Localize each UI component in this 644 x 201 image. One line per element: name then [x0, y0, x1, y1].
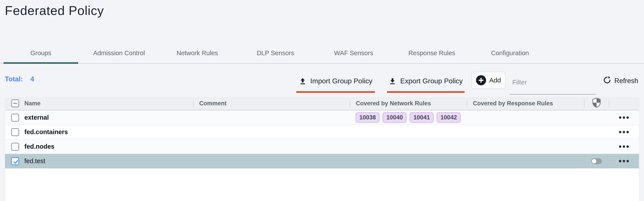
row-checkbox[interactable] — [11, 157, 19, 165]
tab-admission-control[interactable]: Admission Control — [80, 43, 158, 63]
download-icon — [389, 77, 396, 85]
comment-cell — [193, 139, 350, 154]
network-rules-cell: 10038100401004110042 — [350, 110, 467, 125]
row-actions-menu[interactable] — [618, 143, 630, 150]
protect-cell — [584, 125, 609, 139]
column-header-actions — [609, 97, 639, 110]
tab-dlp-sensors[interactable]: DLP Sensors — [236, 43, 314, 63]
comment-cell — [193, 110, 350, 125]
row-actions-menu[interactable] — [618, 114, 630, 121]
toggle-knob — [592, 159, 596, 163]
table-header-row: Name Comment Covered by Network Rules Co… — [5, 97, 639, 110]
rule-id-badge: 10041 — [410, 112, 434, 122]
column-header-protect — [584, 97, 609, 110]
table-row[interactable]: fed.nodes — [5, 139, 639, 154]
table-row[interactable]: fed.containers — [5, 125, 639, 139]
response-rules-cell — [467, 139, 584, 154]
enable-toggle[interactable] — [591, 158, 602, 164]
tab-groups[interactable]: Groups — [2, 43, 80, 63]
response-rules-cell — [467, 125, 584, 139]
table-body: external 10038100401004110042 fed.contai… — [5, 110, 639, 168]
row-checkbox[interactable] — [11, 143, 19, 151]
column-header-name[interactable]: Name — [21, 97, 193, 110]
protect-cell — [584, 154, 609, 168]
tab-response-rules[interactable]: Response Rules — [393, 43, 471, 63]
network-rules-cell — [350, 125, 467, 139]
response-rules-cell — [467, 154, 584, 168]
protect-cell — [584, 110, 609, 125]
group-name: fed.containers — [24, 128, 68, 136]
actions-cell — [609, 110, 639, 125]
import-group-policy-label: Import Group Policy — [310, 77, 372, 85]
actions-cell — [609, 154, 639, 168]
total-value: 4 — [30, 75, 34, 83]
response-rules-cell — [467, 110, 584, 125]
table-row[interactable]: external 10038100401004110042 — [5, 110, 639, 125]
select-all-checkbox[interactable] — [11, 99, 19, 107]
rule-id-badge: 10042 — [437, 112, 460, 122]
tab-configuration[interactable]: Configuration — [471, 43, 549, 63]
row-actions-menu[interactable] — [618, 129, 630, 135]
comment-cell — [193, 125, 350, 139]
export-group-policy-label: Export Group Policy — [400, 77, 463, 85]
row-checkbox[interactable] — [11, 128, 19, 136]
column-header-response-rules[interactable]: Covered by Response Rules — [467, 97, 584, 110]
network-rules-cell — [350, 154, 467, 168]
column-header-comment[interactable]: Comment — [193, 97, 350, 110]
column-header-network-rules[interactable]: Covered by Network Rules — [350, 97, 467, 110]
refresh-icon — [603, 76, 611, 86]
rule-id-badge: 10038 — [356, 112, 380, 122]
table-row[interactable]: fed.test — [5, 154, 639, 168]
network-rules-cell — [350, 139, 467, 154]
row-checkbox[interactable] — [11, 114, 19, 122]
select-all-cell — [5, 97, 21, 110]
actions-cell — [609, 139, 639, 154]
tab-waf-sensors[interactable]: WAF Sensors — [314, 43, 393, 63]
export-group-policy-button[interactable]: Export Group Policy — [387, 71, 464, 93]
add-button-label: Add — [489, 77, 501, 84]
actions-cell — [609, 125, 639, 139]
group-name: external — [24, 114, 49, 121]
shield-icon — [592, 98, 601, 109]
refresh-button[interactable]: Refresh — [603, 73, 638, 88]
plus-circle-icon — [476, 75, 486, 85]
row-actions-menu[interactable] — [618, 158, 630, 164]
group-name: fed.test — [24, 157, 45, 165]
upload-icon — [299, 77, 306, 85]
add-button[interactable]: Add — [472, 72, 506, 89]
protect-cell — [584, 139, 609, 154]
tab-network-rules[interactable]: Network Rules — [158, 43, 236, 63]
page-title: Federated Policy — [5, 3, 104, 18]
import-group-policy-button[interactable]: Import Group Policy — [296, 71, 375, 93]
tab-bar: GroupsAdmission ControlNetwork RulesDLP … — [0, 43, 644, 64]
total-label: Total: — [5, 75, 23, 83]
filter-input[interactable] — [510, 74, 596, 95]
groups-table: Name Comment Covered by Network Rules Co… — [5, 97, 639, 201]
group-name: fed.nodes — [24, 143, 54, 150]
rule-id-badge: 10040 — [382, 112, 406, 122]
total-count: Total: 4 — [5, 75, 34, 83]
comment-cell — [193, 154, 350, 168]
refresh-label: Refresh — [614, 77, 638, 85]
